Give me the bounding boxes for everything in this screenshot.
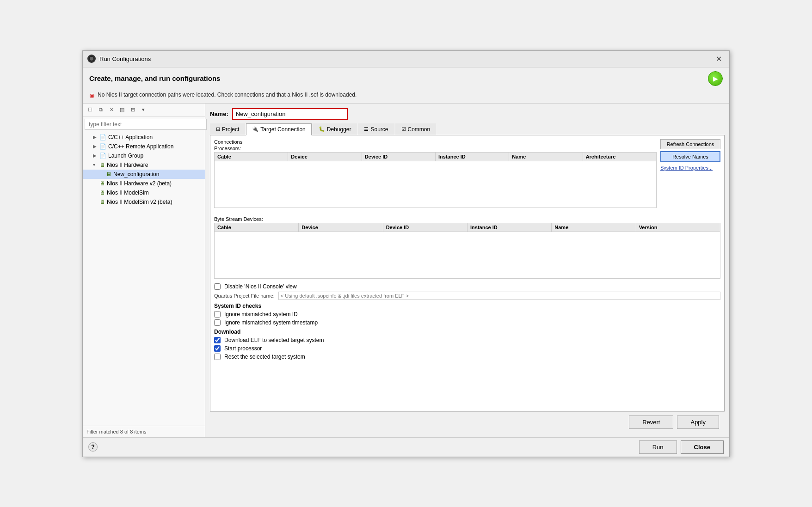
right-panel: Name: ⊞ Project 🔌 Target Connection 🐛 De… bbox=[205, 104, 729, 437]
dialog-icon bbox=[87, 55, 96, 63]
tab-source[interactable]: ☰ Source bbox=[358, 123, 394, 135]
tree-label: Nios II Hardware v2 (beta) bbox=[107, 180, 172, 187]
run-button[interactable]: Run bbox=[639, 440, 677, 454]
tree-icon: 🖥 bbox=[99, 162, 105, 168]
tree-label: C/C++ Application bbox=[108, 134, 153, 140]
svg-point-1 bbox=[90, 57, 93, 61]
col-name: Name bbox=[509, 153, 583, 161]
target-tab-icon: 🔌 bbox=[252, 126, 258, 132]
tab-common-label: Common bbox=[408, 126, 431, 133]
tab-project[interactable]: ⊞ Project bbox=[210, 123, 245, 135]
tab-debugger-label: Debugger bbox=[327, 126, 351, 133]
tree-icon: 🖥 bbox=[99, 180, 105, 187]
run-close-buttons: Run Close bbox=[639, 440, 724, 454]
tree-icon: 🖥 bbox=[99, 199, 105, 205]
tab-common[interactable]: ☑ Common bbox=[395, 123, 437, 135]
filter-input[interactable] bbox=[85, 119, 207, 130]
download-elf-label: Download ELF to selected target system bbox=[224, 337, 324, 343]
tree-label: Nios II Hardware bbox=[107, 162, 148, 168]
ignore-timestamp-row: Ignore mismatched system timestamp bbox=[214, 319, 720, 326]
tab-debugger[interactable]: 🐛 Debugger bbox=[313, 123, 357, 135]
error-bar: ⊗ No Nios II target connection paths wer… bbox=[83, 90, 729, 103]
right-action-buttons: Refresh Connections Resolve Names System… bbox=[660, 139, 720, 213]
ignore-timestamp-label: Ignore mismatched system timestamp bbox=[224, 319, 318, 326]
apply-button[interactable]: Apply bbox=[677, 415, 719, 429]
footer-bar: ? Run Close bbox=[83, 437, 729, 457]
ignore-system-id-checkbox[interactable] bbox=[214, 311, 221, 318]
byte-stream-section: Byte Stream Devices: Cable Device Device… bbox=[214, 216, 720, 279]
bs-col-cable: Cable bbox=[215, 223, 299, 232]
refresh-connections-button[interactable]: Refresh Connections bbox=[660, 139, 720, 149]
system-id-properties-button[interactable]: System ID Properties... bbox=[660, 164, 720, 171]
col-architecture: Architecture bbox=[583, 153, 656, 161]
tree-item-nios2-hw-v2[interactable]: 🖥 Nios II Hardware v2 (beta) bbox=[83, 179, 205, 188]
delete-config-button[interactable]: ✕ bbox=[107, 105, 116, 115]
tree-item-new-config[interactable]: 🖥 New_configuration bbox=[83, 170, 205, 179]
tree-icon: 🖥 bbox=[106, 171, 111, 177]
tree-item-cpp-remote[interactable]: ▶ 📄 C/C++ Remote Application bbox=[83, 142, 205, 151]
tree-item-cpp-app[interactable]: ▶ 📄 C/C++ Application bbox=[83, 133, 205, 142]
revert-button[interactable]: Revert bbox=[629, 415, 673, 429]
connections-area: Connections Processors: Cable Device Dev… bbox=[214, 139, 720, 213]
processors-table-body bbox=[215, 161, 656, 208]
toolbar: ☐ ⧉ ✕ ▤ ⊞ ▾ bbox=[83, 104, 205, 117]
resolve-names-button[interactable]: Resolve Names bbox=[660, 151, 720, 162]
subtitle-text: Create, manage, and run configurations bbox=[89, 74, 220, 82]
bs-col-name: Name bbox=[552, 223, 636, 232]
expand-button[interactable]: ⊞ bbox=[128, 105, 137, 115]
dialog-title: Run Configurations bbox=[99, 55, 151, 62]
tree-item-nios2-modelsim[interactable]: 🖥 Nios II ModelSim bbox=[83, 188, 205, 197]
filter-button[interactable]: ▤ bbox=[117, 105, 127, 115]
tab-content: Connections Processors: Cable Device Dev… bbox=[210, 135, 725, 411]
ignore-system-id-label: Ignore mismatched system ID bbox=[224, 311, 298, 318]
byte-stream-table: Cable Device Device ID Instance ID Name … bbox=[214, 223, 720, 279]
run-icon-button[interactable]: ▶ bbox=[708, 71, 723, 86]
bs-col-device-id: Device ID bbox=[383, 223, 468, 232]
error-message: No Nios II target connection paths were … bbox=[98, 92, 357, 98]
bottom-bar: Revert Apply bbox=[210, 411, 725, 433]
processors-table-header: Cable Device Device ID Instance ID Name … bbox=[215, 153, 656, 161]
start-processor-label: Start processor bbox=[224, 345, 262, 352]
bs-col-version: Version bbox=[636, 223, 720, 232]
download-title: Download bbox=[214, 329, 720, 335]
download-elf-checkbox[interactable] bbox=[214, 337, 221, 343]
close-button[interactable]: Close bbox=[681, 440, 724, 454]
byte-stream-label: Byte Stream Devices: bbox=[214, 216, 720, 222]
download-section: Download Download ELF to selected target… bbox=[214, 329, 720, 360]
quartus-input[interactable] bbox=[278, 292, 720, 300]
col-device: Device bbox=[288, 153, 362, 161]
tab-bar: ⊞ Project 🔌 Target Connection 🐛 Debugger… bbox=[210, 123, 725, 135]
tree-item-nios2-hw[interactable]: ▾ 🖥 Nios II Hardware bbox=[83, 160, 205, 170]
ignore-system-id-row: Ignore mismatched system ID bbox=[214, 311, 720, 318]
tree-item-launch-group[interactable]: ▶ 📄 Launch Group bbox=[83, 151, 205, 160]
reset-target-checkbox[interactable] bbox=[214, 354, 221, 360]
close-dialog-button[interactable]: ✕ bbox=[713, 54, 725, 64]
tree-icon: 📄 bbox=[99, 143, 106, 150]
new-config-button[interactable]: ☐ bbox=[86, 105, 95, 115]
source-tab-icon: ☰ bbox=[364, 126, 369, 132]
start-processor-checkbox[interactable] bbox=[214, 345, 221, 352]
col-instance-id: Instance ID bbox=[436, 153, 509, 161]
system-id-title: System ID checks bbox=[214, 303, 720, 309]
ignore-timestamp-checkbox[interactable] bbox=[214, 319, 221, 326]
config-tree: ▶ 📄 C/C++ Application ▶ 📄 C/C++ Remote A… bbox=[83, 132, 205, 426]
name-input[interactable] bbox=[232, 108, 348, 120]
connections-processors-labels: Connections bbox=[214, 139, 657, 145]
dropdown-button[interactable]: ▾ bbox=[139, 105, 148, 115]
tree-icon: 📄 bbox=[99, 153, 106, 159]
subtitle-bar: Create, manage, and run configurations ▶ bbox=[83, 67, 729, 90]
byte-stream-table-body bbox=[215, 232, 720, 278]
expand-icon: ▶ bbox=[93, 134, 98, 140]
tree-label: New_configuration bbox=[113, 171, 159, 177]
tab-target-label: Target Connection bbox=[260, 126, 305, 133]
run-configurations-dialog: Run Configurations ✕ Create, manage, and… bbox=[82, 50, 730, 457]
tree-item-nios2-modelsim-v2[interactable]: 🖥 Nios II ModelSim v2 (beta) bbox=[83, 197, 205, 207]
tree-label: C/C++ Remote Application bbox=[108, 143, 173, 150]
tree-label: Nios II ModelSim v2 (beta) bbox=[107, 199, 172, 205]
help-button[interactable]: ? bbox=[88, 442, 98, 452]
copy-config-button[interactable]: ⧉ bbox=[96, 105, 105, 115]
tab-target-connection[interactable]: 🔌 Target Connection bbox=[246, 123, 311, 135]
byte-stream-table-header: Cable Device Device ID Instance ID Name … bbox=[215, 223, 720, 232]
main-content: ☐ ⧉ ✕ ▤ ⊞ ▾ ▶ 📄 C/C++ Application ▶ 📄 C/… bbox=[83, 103, 729, 437]
disable-console-checkbox[interactable] bbox=[214, 283, 221, 290]
